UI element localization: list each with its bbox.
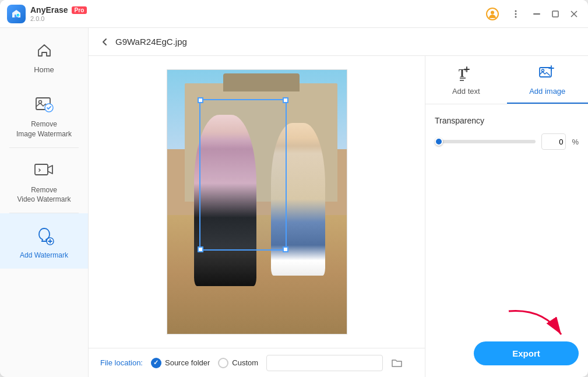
tab-add-text-label: Add text — [452, 87, 480, 96]
home-icon — [33, 38, 56, 62]
svg-point-2 — [491, 10, 494, 14]
sidebar-item-add-watermark[interactable]: Add Watermark — [0, 213, 88, 269]
sidebar-item-home[interactable]: Home — [0, 28, 88, 82]
svg-rect-13 — [35, 164, 48, 175]
svg-point-21 — [542, 69, 544, 72]
slider-thumb[interactable] — [435, 138, 443, 146]
handle-top-right[interactable] — [283, 97, 288, 103]
text-plus-icon: T — [457, 64, 475, 83]
panel-tabs: T Add text — [425, 56, 588, 104]
export-arrow-icon — [497, 305, 579, 346]
percent-sign: % — [572, 138, 579, 146]
image-viewport[interactable] — [89, 56, 425, 348]
file-location-label: File location: — [100, 358, 143, 367]
svg-point-3 — [515, 10, 517, 12]
tab-add-text[interactable]: T Add text — [425, 56, 507, 104]
svg-rect-7 — [552, 11, 558, 17]
handle-bottom-right[interactable] — [283, 246, 288, 252]
export-area: Export — [474, 305, 579, 365]
content-body: File location: Source folder Custom — [89, 56, 588, 377]
panel-body: Transparency 0 % — [425, 104, 588, 377]
handle-top-left[interactable] — [198, 97, 203, 103]
sidebar-item-remove-image[interactable]: RemoveImage Watermark — [0, 82, 88, 147]
custom-radio[interactable] — [218, 358, 228, 368]
main-layout: Home RemoveImage Watermark — [0, 28, 588, 377]
svg-point-5 — [515, 16, 517, 17]
transparency-value-input[interactable]: 0 — [541, 133, 566, 150]
page-header: G9WaR24EgC.jpg — [89, 28, 588, 56]
sidebar-item-remove-image-label: RemoveImage Watermark — [16, 119, 72, 139]
image-area: File location: Source folder Custom — [89, 56, 425, 377]
sidebar-item-home-label: Home — [34, 65, 54, 74]
sidebar-item-remove-video-label: RemoveVideo Watermark — [17, 185, 71, 205]
image-canvas[interactable] — [167, 69, 347, 334]
sidebar-item-remove-video[interactable]: RemoveVideo Watermark — [0, 148, 88, 213]
remove-video-icon — [33, 158, 56, 182]
svg-point-4 — [515, 13, 517, 15]
right-panel: T Add text — [425, 56, 588, 377]
app-version: 2.0.0 — [30, 15, 87, 22]
svg-rect-6 — [533, 13, 540, 15]
sidebar-item-add-watermark-label: Add Watermark — [20, 251, 68, 260]
app-logo — [7, 5, 26, 23]
transparency-label: Transparency — [435, 116, 579, 125]
handle-bottom-left[interactable] — [198, 246, 203, 252]
source-folder-label: Source folder — [165, 358, 210, 367]
app-name: AnyErase — [30, 5, 68, 15]
custom-option[interactable]: Custom — [218, 358, 258, 368]
file-location-bar: File location: Source folder Custom — [89, 348, 425, 377]
tab-add-image[interactable]: Add image — [507, 56, 589, 104]
browse-folder-button[interactable] — [391, 357, 403, 369]
pro-badge: Pro — [72, 6, 87, 14]
maximize-button[interactable] — [548, 7, 562, 21]
titlebar: AnyErase Pro 2.0.0 — [0, 0, 588, 28]
source-folder-radio[interactable] — [151, 358, 161, 368]
minimize-button[interactable] — [530, 7, 544, 21]
transparency-slider[interactable] — [435, 140, 536, 143]
sidebar: Home RemoveImage Watermark — [0, 28, 89, 377]
image-plus-icon — [538, 64, 556, 83]
source-folder-option[interactable]: Source folder — [151, 358, 210, 368]
transparency-row: 0 % — [435, 133, 579, 150]
custom-label: Custom — [232, 358, 258, 367]
close-button[interactable] — [567, 7, 581, 21]
add-watermark-icon — [33, 224, 56, 247]
remove-image-icon — [33, 93, 56, 116]
menu-button[interactable] — [506, 5, 525, 23]
export-arrow-container — [497, 305, 579, 346]
selection-box[interactable] — [199, 99, 287, 251]
user-avatar-button[interactable] — [483, 5, 502, 23]
titlebar-controls — [483, 5, 581, 23]
content-area: G9WaR24EgC.jpg — [89, 28, 588, 377]
tab-add-image-label: Add image — [529, 87, 565, 96]
page-filename: G9WaR24EgC.jpg — [115, 37, 187, 47]
app-window: AnyErase Pro 2.0.0 — [0, 0, 588, 377]
custom-path-input[interactable] — [266, 355, 383, 371]
back-button[interactable] — [100, 37, 110, 47]
